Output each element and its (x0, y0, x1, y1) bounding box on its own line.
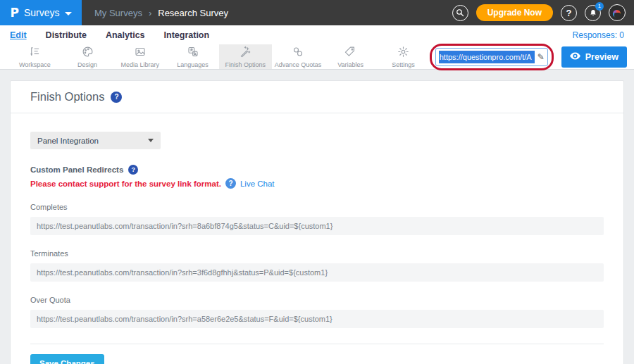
languages-icon (186, 46, 200, 60)
top-header: P Surveys My Surveys › Research Survey U… (0, 0, 634, 25)
finish-options-help-icon[interactable]: ? (111, 92, 122, 103)
toolbar-item-settings[interactable]: Settings (377, 44, 430, 69)
bell-icon (589, 8, 597, 18)
breadcrumb-current-survey: Research Survey (158, 8, 228, 18)
card-header: Finish Options ? (11, 81, 623, 113)
custom-panel-redirects-header: Custom Panel Redirects ? (30, 165, 604, 175)
live-chat-link[interactable]: Live Chat (240, 180, 275, 188)
toolbar-item-media-library[interactable]: Media Library (113, 44, 166, 69)
finish-options-card: Finish Options ? Panel Integration Custo… (10, 80, 624, 364)
workspace-icon (27, 46, 42, 60)
user-avatar[interactable] (609, 4, 626, 21)
completes-url-field[interactable]: https://test.peanutlabs.com/transaction/… (30, 217, 604, 235)
red-highlight-annotation: https://questionpro.com/t/A ✎ (430, 44, 554, 70)
support-warning-row: Please contact support for the survey li… (30, 178, 604, 189)
edit-toolbar: Workspace Design Media Library Languages… (0, 44, 634, 70)
chevron-down-icon (148, 139, 154, 142)
terminates-label: Terminates (30, 249, 604, 258)
search-icon (456, 8, 464, 17)
upgrade-now-button[interactable]: Upgrade Now (476, 4, 553, 21)
over-quota-url-field[interactable]: https://test.peanutlabs.com/transaction/… (30, 310, 604, 328)
tab-analytics[interactable]: Analytics (106, 30, 145, 40)
advance-quotas-icon (291, 46, 305, 60)
toolbar-item-workspace[interactable]: Workspace (8, 44, 61, 69)
panel-integration-select[interactable]: Panel Integration (30, 132, 161, 149)
survey-nav-tabs: Edit Distribute Analytics Integration Re… (0, 25, 634, 44)
page-title: Finish Options (30, 90, 104, 103)
terminates-url-field[interactable]: https://test.peanutlabs.com/transaction/… (30, 263, 604, 282)
footer-divider (30, 344, 604, 344)
toolbar-right-group: https://questionpro.com/t/A ✎ Preview (430, 44, 634, 69)
settings-icon (397, 46, 410, 60)
support-warning-text: Please contact support for the survey li… (30, 180, 221, 188)
chevron-down-icon (65, 12, 72, 15)
notifications-button[interactable]: 1 (585, 5, 601, 21)
tab-integration[interactable]: Integration (164, 30, 210, 40)
preview-label: Preview (585, 52, 619, 62)
edit-link-pencil-icon[interactable]: ✎ (537, 52, 545, 62)
toolbar-item-design[interactable]: Design (61, 44, 114, 69)
breadcrumb-separator: › (149, 8, 151, 18)
tab-edit[interactable]: Edit (10, 30, 27, 40)
save-changes-button[interactable]: Save Changes (30, 354, 104, 364)
card-body: Panel Integration Custom Panel Redirects… (11, 113, 623, 364)
header-actions: Upgrade Now ? 1 (452, 0, 634, 25)
breadcrumb-my-surveys[interactable]: My Surveys (94, 8, 142, 18)
panel-select-value: Panel Integration (37, 137, 99, 145)
questionpro-logo-icon: P (10, 6, 18, 20)
section-title: Custom Panel Redirects (30, 165, 123, 174)
product-name: Surveys (24, 7, 60, 18)
survey-link-selected-text: https://questionpro.com/t/A (439, 51, 535, 63)
completes-label: Completes (30, 203, 604, 211)
toolbar-item-variables[interactable]: Variables (324, 44, 377, 69)
finish-options-icon (238, 46, 252, 60)
notification-count-badge: 1 (595, 2, 604, 11)
toolbar-item-finish-options[interactable]: Finish Options (219, 44, 272, 69)
tab-distribute[interactable]: Distribute (46, 30, 87, 40)
responses-count[interactable]: Responses: 0 (573, 30, 624, 40)
help-button[interactable]: ? (561, 5, 577, 21)
preview-button[interactable]: Preview (561, 46, 627, 68)
redirects-help-icon[interactable]: ? (128, 165, 138, 175)
toolbar-item-languages[interactable]: Languages (166, 44, 219, 69)
search-button[interactable] (452, 5, 468, 21)
question-mark-icon: ? (566, 8, 572, 18)
questionpro-brand-menu[interactable]: P Surveys (0, 0, 82, 25)
over-quota-label: Over Quota (30, 296, 604, 304)
eye-icon (570, 52, 580, 62)
live-chat-icon[interactable]: ? (225, 178, 236, 189)
variables-icon (344, 46, 357, 60)
design-icon (81, 46, 94, 60)
media-library-icon (133, 46, 147, 60)
survey-link-input[interactable]: https://questionpro.com/t/A ✎ (435, 48, 548, 66)
toolbar-item-advance-quotas[interactable]: Advance Quotas (272, 44, 325, 69)
breadcrumb: My Surveys › Research Survey (82, 0, 228, 25)
